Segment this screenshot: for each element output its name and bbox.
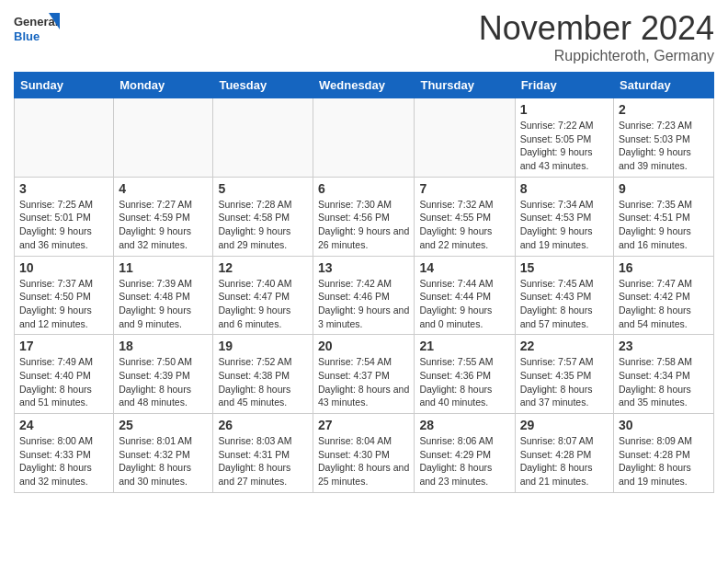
day-number: 3	[19, 181, 108, 196]
calendar-cell: 4Sunrise: 7:27 AM Sunset: 4:59 PM Daylig…	[114, 177, 213, 256]
day-number: 16	[619, 260, 709, 275]
day-number: 19	[218, 339, 308, 353]
header: General Blue November 2024 Ruppichteroth…	[14, 9, 714, 64]
day-number: 29	[520, 418, 609, 432]
day-info: Sunrise: 7:52 AM Sunset: 4:38 PM Dayligh…	[218, 355, 308, 409]
day-number: 21	[419, 339, 509, 353]
page: General Blue November 2024 Ruppichteroth…	[0, 0, 728, 502]
day-info: Sunrise: 7:44 AM Sunset: 4:44 PM Dayligh…	[419, 277, 509, 331]
calendar-cell: 7Sunrise: 7:32 AM Sunset: 4:55 PM Daylig…	[415, 177, 515, 256]
day-info: Sunrise: 7:23 AM Sunset: 5:03 PM Dayligh…	[619, 119, 709, 173]
day-info: Sunrise: 7:45 AM Sunset: 4:43 PM Dayligh…	[520, 277, 609, 331]
calendar-cell: 29Sunrise: 8:07 AM Sunset: 4:28 PM Dayli…	[515, 414, 613, 493]
day-number: 7	[419, 181, 509, 196]
calendar-cell: 6Sunrise: 7:30 AM Sunset: 4:56 PM Daylig…	[313, 177, 415, 256]
day-number: 28	[419, 418, 509, 432]
day-number: 30	[619, 418, 709, 432]
day-info: Sunrise: 7:25 AM Sunset: 5:01 PM Dayligh…	[19, 198, 108, 252]
day-number: 22	[520, 339, 609, 353]
calendar-cell: 25Sunrise: 8:01 AM Sunset: 4:32 PM Dayli…	[114, 414, 213, 493]
day-info: Sunrise: 8:03 AM Sunset: 4:31 PM Dayligh…	[218, 434, 308, 488]
calendar-cell: 13Sunrise: 7:42 AM Sunset: 4:46 PM Dayli…	[313, 256, 415, 335]
calendar-cell: 26Sunrise: 8:03 AM Sunset: 4:31 PM Dayli…	[213, 414, 313, 493]
day-info: Sunrise: 8:00 AM Sunset: 4:33 PM Dayligh…	[19, 434, 108, 488]
day-info: Sunrise: 7:57 AM Sunset: 4:35 PM Dayligh…	[520, 355, 609, 409]
day-number: 18	[119, 339, 208, 353]
week-row-3: 10Sunrise: 7:37 AM Sunset: 4:50 PM Dayli…	[15, 256, 714, 335]
calendar-cell: 27Sunrise: 8:04 AM Sunset: 4:30 PM Dayli…	[313, 414, 415, 493]
week-row-4: 17Sunrise: 7:49 AM Sunset: 4:40 PM Dayli…	[15, 335, 714, 414]
header-saturday: Saturday	[614, 73, 714, 98]
day-info: Sunrise: 7:42 AM Sunset: 4:46 PM Dayligh…	[318, 277, 409, 331]
calendar-cell: 30Sunrise: 8:09 AM Sunset: 4:28 PM Dayli…	[614, 414, 714, 493]
day-info: Sunrise: 7:58 AM Sunset: 4:34 PM Dayligh…	[619, 355, 709, 409]
calendar-cell: 24Sunrise: 8:00 AM Sunset: 4:33 PM Dayli…	[15, 414, 114, 493]
calendar-cell: 11Sunrise: 7:39 AM Sunset: 4:48 PM Dayli…	[114, 256, 213, 335]
day-info: Sunrise: 7:35 AM Sunset: 4:51 PM Dayligh…	[619, 198, 709, 252]
calendar-cell: 5Sunrise: 7:28 AM Sunset: 4:58 PM Daylig…	[213, 177, 313, 256]
day-number: 25	[119, 418, 208, 432]
day-number: 20	[318, 339, 409, 353]
header-friday: Friday	[515, 73, 613, 98]
header-wednesday: Wednesday	[313, 73, 415, 98]
calendar-cell: 8Sunrise: 7:34 AM Sunset: 4:53 PM Daylig…	[515, 177, 613, 256]
calendar-cell: 2Sunrise: 7:23 AM Sunset: 5:03 PM Daylig…	[614, 98, 714, 178]
day-number: 17	[19, 339, 108, 353]
calendar-cell: 19Sunrise: 7:52 AM Sunset: 4:38 PM Dayli…	[213, 335, 313, 414]
day-number: 9	[619, 181, 709, 196]
day-number: 8	[520, 181, 609, 196]
day-info: Sunrise: 7:55 AM Sunset: 4:36 PM Dayligh…	[419, 355, 509, 409]
day-number: 5	[218, 181, 308, 196]
calendar: Sunday Monday Tuesday Wednesday Thursday…	[14, 72, 714, 493]
weekday-header-row: Sunday Monday Tuesday Wednesday Thursday…	[15, 73, 714, 98]
day-info: Sunrise: 7:28 AM Sunset: 4:58 PM Dayligh…	[218, 198, 308, 252]
day-info: Sunrise: 7:30 AM Sunset: 4:56 PM Dayligh…	[318, 198, 409, 252]
day-number: 6	[318, 181, 409, 196]
day-number: 10	[19, 260, 108, 275]
header-tuesday: Tuesday	[213, 73, 313, 98]
day-info: Sunrise: 8:07 AM Sunset: 4:28 PM Dayligh…	[520, 434, 609, 488]
calendar-cell: 3Sunrise: 7:25 AM Sunset: 5:01 PM Daylig…	[15, 177, 114, 256]
day-info: Sunrise: 8:01 AM Sunset: 4:32 PM Dayligh…	[119, 434, 208, 488]
day-number: 26	[218, 418, 308, 432]
calendar-cell: 28Sunrise: 8:06 AM Sunset: 4:29 PM Dayli…	[415, 414, 515, 493]
day-number: 24	[19, 418, 108, 432]
calendar-cell: 10Sunrise: 7:37 AM Sunset: 4:50 PM Dayli…	[15, 256, 114, 335]
calendar-cell: 20Sunrise: 7:54 AM Sunset: 4:37 PM Dayli…	[313, 335, 415, 414]
day-number: 23	[619, 339, 709, 353]
day-number: 12	[218, 260, 308, 275]
week-row-5: 24Sunrise: 8:00 AM Sunset: 4:33 PM Dayli…	[15, 414, 714, 493]
calendar-cell: 12Sunrise: 7:40 AM Sunset: 4:47 PM Dayli…	[213, 256, 313, 335]
day-info: Sunrise: 8:06 AM Sunset: 4:29 PM Dayligh…	[419, 434, 509, 488]
location: Ruppichteroth, Germany	[479, 48, 714, 64]
day-info: Sunrise: 8:04 AM Sunset: 4:30 PM Dayligh…	[318, 434, 409, 488]
day-info: Sunrise: 7:22 AM Sunset: 5:05 PM Dayligh…	[520, 119, 609, 173]
day-info: Sunrise: 7:37 AM Sunset: 4:50 PM Dayligh…	[19, 277, 108, 331]
calendar-cell	[213, 98, 313, 178]
day-number: 2	[619, 102, 709, 117]
week-row-1: 1Sunrise: 7:22 AM Sunset: 5:05 PM Daylig…	[15, 98, 714, 178]
day-info: Sunrise: 7:39 AM Sunset: 4:48 PM Dayligh…	[119, 277, 208, 331]
svg-text:Blue: Blue	[14, 29, 40, 43]
day-info: Sunrise: 7:47 AM Sunset: 4:42 PM Dayligh…	[619, 277, 709, 331]
title-section: November 2024 Ruppichteroth, Germany	[479, 9, 714, 64]
day-number: 15	[520, 260, 609, 275]
header-sunday: Sunday	[15, 73, 114, 98]
day-number: 11	[119, 260, 208, 275]
day-info: Sunrise: 7:54 AM Sunset: 4:37 PM Dayligh…	[318, 355, 409, 409]
day-number: 27	[318, 418, 409, 432]
calendar-cell: 18Sunrise: 7:50 AM Sunset: 4:39 PM Dayli…	[114, 335, 213, 414]
calendar-cell	[415, 98, 515, 178]
calendar-cell: 9Sunrise: 7:35 AM Sunset: 4:51 PM Daylig…	[614, 177, 714, 256]
day-number: 4	[119, 181, 208, 196]
header-monday: Monday	[114, 73, 213, 98]
month-title: November 2024	[479, 9, 714, 48]
day-info: Sunrise: 7:40 AM Sunset: 4:47 PM Dayligh…	[218, 277, 308, 331]
calendar-cell	[114, 98, 213, 178]
week-row-2: 3Sunrise: 7:25 AM Sunset: 5:01 PM Daylig…	[15, 177, 714, 256]
calendar-cell: 16Sunrise: 7:47 AM Sunset: 4:42 PM Dayli…	[614, 256, 714, 335]
header-thursday: Thursday	[415, 73, 515, 98]
day-info: Sunrise: 7:32 AM Sunset: 4:55 PM Dayligh…	[419, 198, 509, 252]
day-number: 13	[318, 260, 409, 275]
day-number: 1	[520, 102, 609, 117]
